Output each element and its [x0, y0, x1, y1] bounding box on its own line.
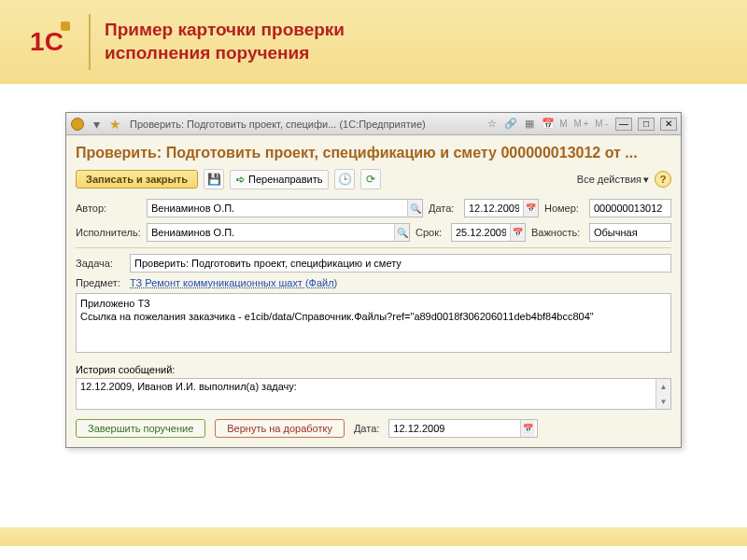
- history-entry: 12.12.2009, Иванов И.И. выполнил(а) зада…: [77, 379, 655, 409]
- favorite-star-icon[interactable]: ★: [107, 117, 122, 132]
- window-title: Проверить: Подготовить проект, специфи..…: [130, 119, 426, 130]
- chevron-down-icon: ▾: [643, 174, 649, 186]
- slide-footer-bar: [0, 527, 747, 546]
- row-author: Автор: 🔍 Дата: 📅 Номер:: [76, 199, 671, 217]
- dropdown-arrow-icon[interactable]: ▾: [89, 117, 104, 132]
- subject-link[interactable]: ТЗ Ремонт коммуникационных шахт (Файл): [130, 277, 337, 288]
- maximize-button[interactable]: □: [638, 118, 655, 131]
- date-picker-icon[interactable]: 📅: [510, 224, 525, 241]
- window-titlebar: ▾ ★ Проверить: Подготовить проект, специ…: [66, 113, 681, 135]
- number-input[interactable]: [589, 199, 671, 217]
- footer-date-field[interactable]: 📅: [388, 419, 538, 438]
- label-deadline: Срок:: [416, 227, 445, 238]
- slide-header: 1С Пример карточки проверки исполнения п…: [0, 0, 747, 84]
- deadline-input[interactable]: [452, 224, 510, 241]
- scroll-down-icon[interactable]: ▼: [656, 394, 670, 409]
- rework-button[interactable]: Вернуть на доработку: [215, 419, 345, 438]
- separator: [76, 247, 671, 248]
- slide-title: Пример карточки проверки исполнения пору…: [105, 19, 345, 64]
- task-input[interactable]: [130, 254, 671, 273]
- logo-badge-icon: [61, 21, 70, 31]
- history-box: 12.12.2009, Иванов И.И. выполнил(а) зада…: [76, 378, 671, 410]
- memory-buttons[interactable]: M M+ M-: [559, 119, 610, 129]
- page-title: Проверить: Подготовить проект, специфика…: [76, 141, 671, 169]
- save-icon[interactable]: 💾: [204, 169, 224, 189]
- link-icon[interactable]: 🔗: [503, 117, 518, 132]
- date-field[interactable]: 📅: [464, 199, 539, 217]
- history-scrollbar[interactable]: ▲ ▼: [655, 379, 670, 409]
- deadline-field[interactable]: 📅: [451, 223, 526, 242]
- app-body: Проверить: Подготовить проект, специфика…: [66, 135, 681, 447]
- app-window: ▾ ★ Проверить: Подготовить проект, специ…: [65, 112, 682, 448]
- label-importance: Важность:: [531, 227, 584, 238]
- refresh-icon[interactable]: ⟳: [360, 169, 381, 189]
- footer-actions: Завершить поручение Вернуть на доработку…: [76, 419, 671, 438]
- date-input[interactable]: [465, 200, 523, 217]
- save-close-button[interactable]: Записать и закрыть: [76, 170, 198, 189]
- footer-date-input[interactable]: [389, 420, 520, 437]
- date-picker-icon[interactable]: 📅: [520, 420, 535, 437]
- row-task: Задача:: [76, 254, 671, 273]
- nav-circle-icon[interactable]: [70, 117, 85, 132]
- author-input[interactable]: [148, 200, 407, 217]
- label-number: Номер:: [544, 203, 584, 214]
- toolbar: Записать и закрыть 💾 ➪ Перенаправить 🕒 ⟳…: [76, 169, 671, 189]
- clock-icon[interactable]: 🕒: [334, 169, 355, 189]
- executor-field[interactable]: 🔍: [147, 223, 410, 242]
- label-task: Задача:: [76, 258, 124, 269]
- forward-arrow-icon: ➪: [236, 174, 245, 186]
- date-picker-icon[interactable]: 📅: [523, 200, 538, 217]
- description-textarea[interactable]: [76, 293, 671, 353]
- star-small-icon[interactable]: ☆: [485, 117, 500, 132]
- scroll-up-icon[interactable]: ▲: [656, 379, 670, 394]
- complete-button[interactable]: Завершить поручение: [76, 419, 205, 438]
- lookup-icon[interactable]: 🔍: [394, 224, 409, 241]
- label-author: Автор:: [76, 203, 141, 214]
- label-date: Дата:: [429, 203, 458, 214]
- row-executor: Исполнитель: 🔍 Срок: 📅 Важность:: [76, 223, 671, 242]
- lookup-icon[interactable]: 🔍: [407, 200, 422, 217]
- help-button[interactable]: ?: [655, 171, 671, 188]
- label-executor: Исполнитель:: [76, 227, 141, 238]
- calendar-icon[interactable]: 📅: [541, 117, 556, 132]
- author-field[interactable]: 🔍: [147, 199, 423, 217]
- label-subject: Предмет:: [76, 277, 124, 288]
- label-history: История сообщений:: [76, 364, 671, 375]
- importance-input[interactable]: [589, 223, 671, 242]
- calc-icon[interactable]: ▦: [522, 117, 537, 132]
- executor-input[interactable]: [148, 224, 394, 241]
- divider: [89, 14, 91, 70]
- minimize-button[interactable]: —: [615, 118, 632, 131]
- close-button[interactable]: ✕: [660, 118, 677, 131]
- label-footer-date: Дата:: [354, 423, 379, 434]
- forward-button[interactable]: ➪ Перенаправить: [230, 170, 329, 189]
- all-actions-menu[interactable]: Все действия ▾: [577, 174, 649, 186]
- logo-1c: 1С: [19, 17, 75, 68]
- row-subject: Предмет: ТЗ Ремонт коммуникационных шахт…: [76, 277, 671, 288]
